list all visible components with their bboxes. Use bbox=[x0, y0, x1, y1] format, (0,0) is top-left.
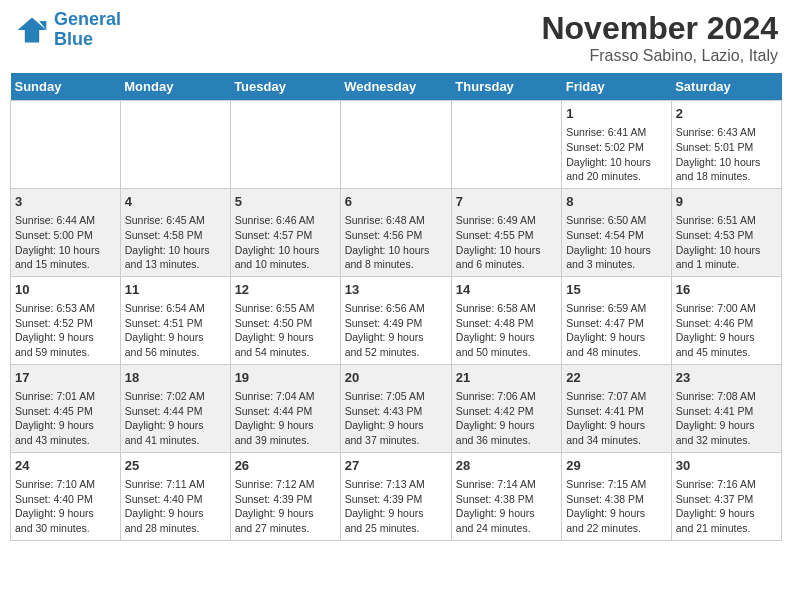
calendar-cell: 23Sunrise: 7:08 AM Sunset: 4:41 PM Dayli… bbox=[671, 364, 781, 452]
day-number: 5 bbox=[235, 193, 336, 211]
calendar-cell: 14Sunrise: 6:58 AM Sunset: 4:48 PM Dayli… bbox=[451, 276, 561, 364]
calendar-cell: 29Sunrise: 7:15 AM Sunset: 4:38 PM Dayli… bbox=[562, 452, 671, 540]
logo-line1: General bbox=[54, 9, 121, 29]
day-info: Sunrise: 7:13 AM Sunset: 4:39 PM Dayligh… bbox=[345, 477, 447, 536]
calendar-cell: 25Sunrise: 7:11 AM Sunset: 4:40 PM Dayli… bbox=[120, 452, 230, 540]
day-info: Sunrise: 6:56 AM Sunset: 4:49 PM Dayligh… bbox=[345, 301, 447, 360]
day-info: Sunrise: 6:43 AM Sunset: 5:01 PM Dayligh… bbox=[676, 125, 777, 184]
day-number: 15 bbox=[566, 281, 666, 299]
week-row-3: 10Sunrise: 6:53 AM Sunset: 4:52 PM Dayli… bbox=[11, 276, 782, 364]
calendar-table: SundayMondayTuesdayWednesdayThursdayFrid… bbox=[10, 73, 782, 541]
day-number: 13 bbox=[345, 281, 447, 299]
day-info: Sunrise: 7:05 AM Sunset: 4:43 PM Dayligh… bbox=[345, 389, 447, 448]
title-block: November 2024 Frasso Sabino, Lazio, Ital… bbox=[541, 10, 778, 65]
day-info: Sunrise: 6:49 AM Sunset: 4:55 PM Dayligh… bbox=[456, 213, 557, 272]
day-number: 29 bbox=[566, 457, 666, 475]
calendar-body: 1Sunrise: 6:41 AM Sunset: 5:02 PM Daylig… bbox=[11, 101, 782, 541]
day-number: 28 bbox=[456, 457, 557, 475]
calendar-cell: 28Sunrise: 7:14 AM Sunset: 4:38 PM Dayli… bbox=[451, 452, 561, 540]
calendar-cell: 12Sunrise: 6:55 AM Sunset: 4:50 PM Dayli… bbox=[230, 276, 340, 364]
day-info: Sunrise: 7:00 AM Sunset: 4:46 PM Dayligh… bbox=[676, 301, 777, 360]
calendar-cell: 27Sunrise: 7:13 AM Sunset: 4:39 PM Dayli… bbox=[340, 452, 451, 540]
day-info: Sunrise: 7:15 AM Sunset: 4:38 PM Dayligh… bbox=[566, 477, 666, 536]
logo: General Blue bbox=[14, 10, 121, 50]
main-title: November 2024 bbox=[541, 10, 778, 47]
day-number: 10 bbox=[15, 281, 116, 299]
calendar-cell: 17Sunrise: 7:01 AM Sunset: 4:45 PM Dayli… bbox=[11, 364, 121, 452]
week-row-4: 17Sunrise: 7:01 AM Sunset: 4:45 PM Dayli… bbox=[11, 364, 782, 452]
calendar-cell: 18Sunrise: 7:02 AM Sunset: 4:44 PM Dayli… bbox=[120, 364, 230, 452]
day-number: 22 bbox=[566, 369, 666, 387]
day-info: Sunrise: 6:51 AM Sunset: 4:53 PM Dayligh… bbox=[676, 213, 777, 272]
day-info: Sunrise: 7:12 AM Sunset: 4:39 PM Dayligh… bbox=[235, 477, 336, 536]
calendar-cell bbox=[11, 101, 121, 189]
day-number: 14 bbox=[456, 281, 557, 299]
days-of-week-header: SundayMondayTuesdayWednesdayThursdayFrid… bbox=[11, 73, 782, 101]
page-header: General Blue November 2024 Frasso Sabino… bbox=[10, 10, 782, 65]
calendar-cell: 15Sunrise: 6:59 AM Sunset: 4:47 PM Dayli… bbox=[562, 276, 671, 364]
day-info: Sunrise: 6:58 AM Sunset: 4:48 PM Dayligh… bbox=[456, 301, 557, 360]
day-number: 27 bbox=[345, 457, 447, 475]
calendar-cell: 8Sunrise: 6:50 AM Sunset: 4:54 PM Daylig… bbox=[562, 188, 671, 276]
day-info: Sunrise: 7:01 AM Sunset: 4:45 PM Dayligh… bbox=[15, 389, 116, 448]
day-number: 16 bbox=[676, 281, 777, 299]
sub-title: Frasso Sabino, Lazio, Italy bbox=[541, 47, 778, 65]
day-info: Sunrise: 6:54 AM Sunset: 4:51 PM Dayligh… bbox=[125, 301, 226, 360]
calendar-cell: 9Sunrise: 6:51 AM Sunset: 4:53 PM Daylig… bbox=[671, 188, 781, 276]
day-number: 2 bbox=[676, 105, 777, 123]
calendar-cell: 24Sunrise: 7:10 AM Sunset: 4:40 PM Dayli… bbox=[11, 452, 121, 540]
day-number: 21 bbox=[456, 369, 557, 387]
day-info: Sunrise: 6:53 AM Sunset: 4:52 PM Dayligh… bbox=[15, 301, 116, 360]
day-info: Sunrise: 6:44 AM Sunset: 5:00 PM Dayligh… bbox=[15, 213, 116, 272]
calendar-cell: 10Sunrise: 6:53 AM Sunset: 4:52 PM Dayli… bbox=[11, 276, 121, 364]
logo-text: General Blue bbox=[54, 10, 121, 50]
dow-tuesday: Tuesday bbox=[230, 73, 340, 101]
logo-line2: Blue bbox=[54, 29, 93, 49]
calendar-cell bbox=[230, 101, 340, 189]
day-info: Sunrise: 6:59 AM Sunset: 4:47 PM Dayligh… bbox=[566, 301, 666, 360]
day-info: Sunrise: 7:11 AM Sunset: 4:40 PM Dayligh… bbox=[125, 477, 226, 536]
day-info: Sunrise: 6:46 AM Sunset: 4:57 PM Dayligh… bbox=[235, 213, 336, 272]
day-number: 25 bbox=[125, 457, 226, 475]
calendar-cell: 26Sunrise: 7:12 AM Sunset: 4:39 PM Dayli… bbox=[230, 452, 340, 540]
logo-icon bbox=[14, 12, 50, 48]
day-info: Sunrise: 7:10 AM Sunset: 4:40 PM Dayligh… bbox=[15, 477, 116, 536]
day-number: 9 bbox=[676, 193, 777, 211]
day-number: 18 bbox=[125, 369, 226, 387]
calendar-cell: 1Sunrise: 6:41 AM Sunset: 5:02 PM Daylig… bbox=[562, 101, 671, 189]
day-number: 8 bbox=[566, 193, 666, 211]
day-number: 20 bbox=[345, 369, 447, 387]
day-info: Sunrise: 7:02 AM Sunset: 4:44 PM Dayligh… bbox=[125, 389, 226, 448]
day-info: Sunrise: 6:45 AM Sunset: 4:58 PM Dayligh… bbox=[125, 213, 226, 272]
day-number: 6 bbox=[345, 193, 447, 211]
week-row-1: 1Sunrise: 6:41 AM Sunset: 5:02 PM Daylig… bbox=[11, 101, 782, 189]
day-info: Sunrise: 7:04 AM Sunset: 4:44 PM Dayligh… bbox=[235, 389, 336, 448]
day-info: Sunrise: 7:06 AM Sunset: 4:42 PM Dayligh… bbox=[456, 389, 557, 448]
day-number: 26 bbox=[235, 457, 336, 475]
calendar-cell: 13Sunrise: 6:56 AM Sunset: 4:49 PM Dayli… bbox=[340, 276, 451, 364]
day-number: 4 bbox=[125, 193, 226, 211]
calendar-cell: 4Sunrise: 6:45 AM Sunset: 4:58 PM Daylig… bbox=[120, 188, 230, 276]
calendar-cell: 16Sunrise: 7:00 AM Sunset: 4:46 PM Dayli… bbox=[671, 276, 781, 364]
calendar-cell: 30Sunrise: 7:16 AM Sunset: 4:37 PM Dayli… bbox=[671, 452, 781, 540]
day-info: Sunrise: 6:41 AM Sunset: 5:02 PM Dayligh… bbox=[566, 125, 666, 184]
week-row-5: 24Sunrise: 7:10 AM Sunset: 4:40 PM Dayli… bbox=[11, 452, 782, 540]
calendar-cell: 19Sunrise: 7:04 AM Sunset: 4:44 PM Dayli… bbox=[230, 364, 340, 452]
day-number: 19 bbox=[235, 369, 336, 387]
calendar-cell: 5Sunrise: 6:46 AM Sunset: 4:57 PM Daylig… bbox=[230, 188, 340, 276]
day-number: 3 bbox=[15, 193, 116, 211]
day-info: Sunrise: 6:55 AM Sunset: 4:50 PM Dayligh… bbox=[235, 301, 336, 360]
week-row-2: 3Sunrise: 6:44 AM Sunset: 5:00 PM Daylig… bbox=[11, 188, 782, 276]
calendar-cell: 2Sunrise: 6:43 AM Sunset: 5:01 PM Daylig… bbox=[671, 101, 781, 189]
day-number: 12 bbox=[235, 281, 336, 299]
day-info: Sunrise: 7:16 AM Sunset: 4:37 PM Dayligh… bbox=[676, 477, 777, 536]
calendar-cell: 11Sunrise: 6:54 AM Sunset: 4:51 PM Dayli… bbox=[120, 276, 230, 364]
dow-wednesday: Wednesday bbox=[340, 73, 451, 101]
dow-saturday: Saturday bbox=[671, 73, 781, 101]
day-info: Sunrise: 6:50 AM Sunset: 4:54 PM Dayligh… bbox=[566, 213, 666, 272]
day-number: 30 bbox=[676, 457, 777, 475]
day-number: 1 bbox=[566, 105, 666, 123]
day-info: Sunrise: 7:08 AM Sunset: 4:41 PM Dayligh… bbox=[676, 389, 777, 448]
calendar-cell: 3Sunrise: 6:44 AM Sunset: 5:00 PM Daylig… bbox=[11, 188, 121, 276]
day-number: 23 bbox=[676, 369, 777, 387]
